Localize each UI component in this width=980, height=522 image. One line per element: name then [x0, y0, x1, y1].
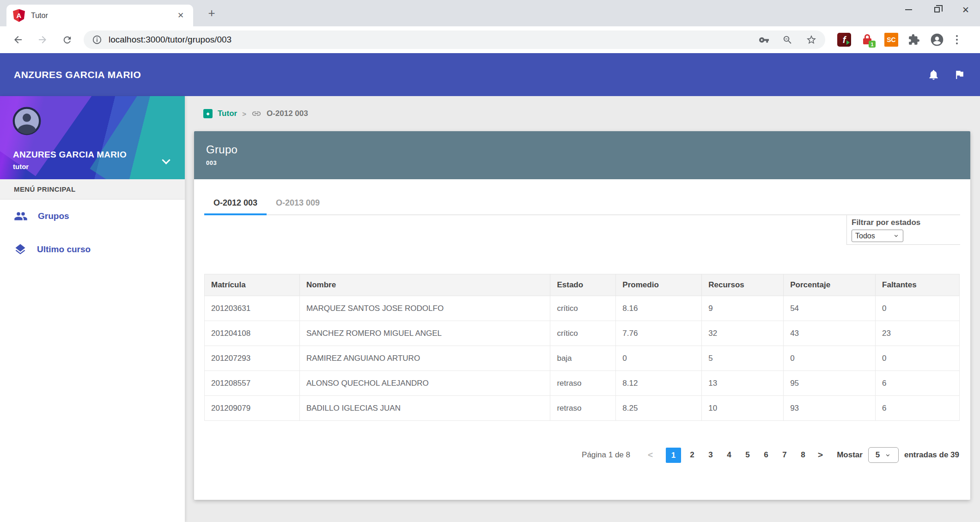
- reload-button[interactable]: [57, 30, 77, 49]
- address-bar[interactable]: localhost:3000/tutor/grupos/003: [84, 30, 825, 49]
- minimize-button[interactable]: [894, 0, 923, 19]
- notifications-bell-icon[interactable]: [927, 68, 940, 81]
- page-button-1[interactable]: 1: [666, 448, 681, 463]
- previous-page-button[interactable]: <: [648, 450, 653, 460]
- extension-icons: f 1 SC: [837, 32, 960, 47]
- angular-favicon-icon: A: [13, 9, 25, 22]
- sidebar-menu-header: MENÚ PRINCIPAL: [0, 179, 185, 200]
- url-text[interactable]: localhost:3000/tutor/grupos/003: [109, 35, 231, 45]
- col-matricula: Matrícula: [205, 274, 300, 296]
- tab-o-2013-009[interactable]: O-2013 009: [267, 198, 329, 214]
- table-row: 201204108SANCHEZ ROMERO MIGUEL ANGELcrít…: [205, 321, 960, 346]
- back-arrow-icon: [12, 34, 24, 45]
- chevron-down-icon: [893, 232, 900, 239]
- site-info-icon[interactable]: [92, 35, 102, 45]
- browser-profile-avatar[interactable]: [930, 32, 944, 47]
- table-row: 201203631MARQUEZ SANTOS JOSE RODOLFOcrít…: [205, 296, 960, 321]
- restore-icon: [934, 7, 940, 12]
- flag-icon[interactable]: [954, 69, 965, 80]
- restore-button[interactable]: [923, 0, 951, 19]
- col-estado: Estado: [550, 274, 616, 296]
- card-title: Grupo: [206, 143, 970, 156]
- cell-promedio: 0: [616, 346, 702, 371]
- col-faltantes: Faltantes: [876, 274, 960, 296]
- status-filter: Filtrar por estados Todos: [846, 215, 960, 245]
- chevron-down-icon[interactable]: [162, 156, 170, 164]
- cell-recursos: 13: [702, 371, 784, 396]
- sc-extension-icon[interactable]: SC: [884, 33, 898, 47]
- cell-faltantes: 6: [876, 396, 960, 421]
- browser-tab[interactable]: A Tutor ✕: [6, 5, 193, 26]
- cell-promedio: 8.25: [616, 396, 702, 421]
- lock-badge-count: 1: [869, 41, 876, 48]
- table-row: 201208557ALONSO QUECHOL ALEJANDROretraso…: [205, 371, 960, 396]
- cell-faltantes: 23: [876, 321, 960, 346]
- close-window-button[interactable]: ✕: [951, 0, 980, 19]
- cell-faltantes: 6: [876, 371, 960, 396]
- page-button-2[interactable]: 2: [683, 450, 701, 460]
- tab-o-2012-003[interactable]: O-2012 003: [204, 198, 267, 214]
- page-button-6[interactable]: 6: [757, 450, 775, 460]
- page-button-3[interactable]: 3: [701, 450, 720, 460]
- group-card: Grupo 003 O-2012 003 O-2013 009 Filtrar …: [194, 131, 970, 500]
- page-button-5[interactable]: 5: [738, 450, 757, 460]
- page-button-4[interactable]: 4: [720, 450, 738, 460]
- cell-matricula: 201207293: [205, 346, 300, 371]
- cell-nombre: MARQUEZ SANTOS JOSE RODOLFO: [299, 296, 550, 321]
- privacy-lock-extension-icon[interactable]: 1: [861, 33, 875, 47]
- cell-estado: crítico: [550, 321, 616, 346]
- col-nombre: Nombre: [299, 274, 550, 296]
- bookmark-star-icon[interactable]: [806, 34, 817, 45]
- cell-promedio: 8.16: [616, 296, 702, 321]
- cell-nombre: SANCHEZ ROMERO MIGUEL ANGEL: [299, 321, 550, 346]
- new-tab-button[interactable]: +: [202, 4, 221, 22]
- password-key-icon[interactable]: [759, 35, 769, 45]
- table-header: Matrícula Nombre Estado Promedio Recurso…: [205, 274, 960, 296]
- app-layout: ANZURES GARCIA MARIO tutor MENÚ PRINCIPA…: [0, 96, 980, 522]
- cell-recursos: 32: [702, 321, 784, 346]
- breadcrumb-root-link[interactable]: Tutor: [218, 109, 237, 118]
- sidebar-item-ultimo-curso[interactable]: Ultimo curso: [0, 233, 185, 266]
- status-filter-select[interactable]: Todos: [852, 230, 903, 242]
- minimize-icon: [905, 9, 912, 10]
- entries-label: entradas de 39: [904, 450, 959, 460]
- browser-menu-icon[interactable]: [954, 33, 960, 46]
- back-button[interactable]: [8, 30, 28, 49]
- page-info: Página 1 de 8: [582, 450, 630, 460]
- app-title: ANZURES GARCIA MARIO: [14, 69, 141, 80]
- table-body: 201203631MARQUEZ SANTOS JOSE RODOLFOcrít…: [205, 296, 960, 421]
- omnibox-actions: [759, 34, 817, 45]
- forward-arrow-icon: [37, 34, 48, 45]
- page-button-7[interactable]: 7: [775, 450, 794, 460]
- sidebar-item-grupos[interactable]: Grupos: [0, 200, 185, 233]
- browser-toolbar: localhost:3000/tutor/grupos/003 f 1 SC: [0, 26, 980, 53]
- next-page-button[interactable]: >: [818, 450, 823, 460]
- breadcrumb-root-icon: ◆: [203, 109, 213, 118]
- cell-recursos: 10: [702, 396, 784, 421]
- cell-estado: baja: [550, 346, 616, 371]
- sidebar-item-label: Ultimo curso: [37, 244, 91, 255]
- sidebar-profile-banner: ANZURES GARCIA MARIO tutor: [0, 96, 185, 179]
- cell-matricula: 201204108: [205, 321, 300, 346]
- zoom-out-icon[interactable]: [782, 35, 793, 45]
- close-tab-icon[interactable]: ✕: [175, 10, 187, 22]
- cell-porcentaje: 93: [784, 396, 876, 421]
- cell-promedio: 7.76: [616, 321, 702, 346]
- flash-extension-icon[interactable]: f: [837, 33, 851, 47]
- table-row: 201209079BADILLO IGLECIAS JUANretraso8.2…: [205, 396, 960, 421]
- forward-button[interactable]: [33, 30, 52, 49]
- layers-icon: [14, 243, 27, 256]
- pagination: Página 1 de 8 < 12345678 > Mostar 5 entr…: [204, 447, 960, 463]
- cell-porcentaje: 43: [784, 321, 876, 346]
- cell-matricula: 201203631: [205, 296, 300, 321]
- breadcrumb: ◆ Tutor > O-2012 003: [185, 96, 980, 131]
- cell-matricula: 201209079: [205, 396, 300, 421]
- extensions-puzzle-icon[interactable]: [908, 34, 920, 46]
- app-header: ANZURES GARCIA MARIO: [0, 53, 980, 96]
- cell-matricula: 201208557: [205, 371, 300, 396]
- app-header-actions: [927, 68, 965, 81]
- cell-nombre: BADILLO IGLECIAS JUAN: [299, 396, 550, 421]
- table-row: 201207293RAMIREZ ANGUIANO ARTURObaja0500: [205, 346, 960, 371]
- per-page-select[interactable]: 5: [868, 447, 899, 463]
- page-button-8[interactable]: 8: [794, 450, 812, 460]
